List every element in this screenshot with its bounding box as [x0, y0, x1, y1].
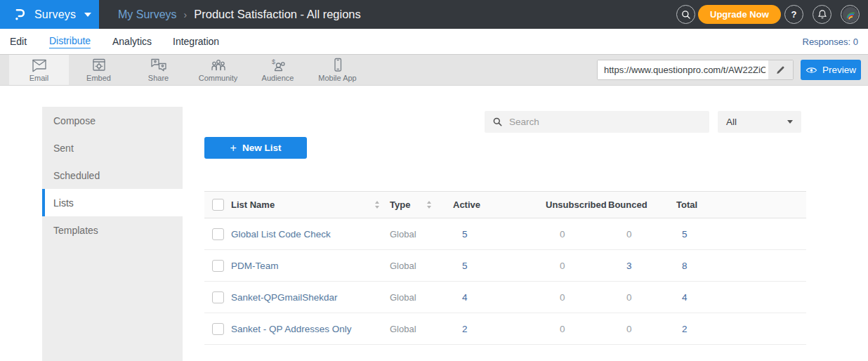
sidebar-item-sent[interactable]: Sent	[42, 134, 183, 162]
active-count-link[interactable]: 4	[462, 292, 468, 303]
total-count-link[interactable]: 5	[682, 229, 688, 239]
unsubscribed-count[interactable]: 0	[560, 292, 565, 303]
row-checkbox[interactable]	[212, 228, 224, 240]
tab-integration[interactable]: Integration	[173, 29, 219, 54]
preview-button[interactable]: Preview	[801, 60, 861, 80]
total-count-link[interactable]: 8	[682, 261, 688, 271]
channel-tabs: Email Embed	[9, 55, 367, 85]
list-type: Global	[390, 313, 426, 345]
channel-audience-label: Audience	[262, 74, 294, 82]
tab-distribute[interactable]: Distribute	[49, 29, 91, 54]
sort-type-icon[interactable]	[426, 192, 453, 218]
bounced-count[interactable]: 0	[626, 292, 632, 303]
channel-community[interactable]: Community	[188, 55, 248, 85]
upgrade-now-button[interactable]: Upgrade Now	[698, 5, 781, 24]
column-header-unsubscribed: Unsubscribed	[546, 192, 608, 218]
channel-audience[interactable]: $ Audience	[248, 55, 308, 85]
sort-list-name-icon[interactable]	[374, 192, 390, 218]
sidebar-item-scheduled[interactable]: Scheduled	[42, 162, 183, 189]
active-count-link[interactable]: 5	[462, 261, 468, 271]
select-all-checkbox[interactable]	[212, 199, 224, 211]
bounced-count[interactable]: 0	[626, 324, 632, 334]
row-checkbox[interactable]	[212, 323, 224, 335]
sidebar-item-templates[interactable]: Templates	[42, 216, 183, 244]
audience-icon: $	[270, 58, 287, 72]
lists-table: List Name Type Active Unsubscribed Bounc…	[204, 191, 806, 345]
list-type: Global	[390, 218, 426, 250]
community-icon	[209, 58, 228, 72]
bounced-count[interactable]: 0	[626, 229, 632, 239]
avatar-rainbow-icon	[842, 6, 859, 23]
email-icon	[31, 58, 48, 72]
list-search-box	[485, 111, 709, 133]
sidebar-item-compose[interactable]: Compose	[42, 107, 183, 134]
surveys-menu-label: Surveys	[34, 8, 76, 21]
sidebar-item-lists[interactable]: Lists	[42, 189, 183, 216]
channel-mobile-app[interactable]: Mobile App	[308, 55, 367, 85]
table-row[interactable]: Sanket-QPGmailShekdar Global 4 0 0 4	[204, 282, 806, 313]
pencil-icon	[775, 65, 786, 75]
notifications-button[interactable]	[813, 5, 831, 24]
account-avatar[interactable]	[841, 5, 860, 24]
channel-share[interactable]: Share	[129, 55, 188, 85]
survey-nav: Edit Distribute Analytics Integration Re…	[0, 29, 868, 54]
share-icon	[150, 58, 168, 72]
breadcrumb-separator-icon: ›	[184, 9, 188, 20]
eye-icon	[805, 66, 817, 74]
column-header-bounced: Bounced	[608, 192, 676, 218]
distribute-toolbar: Email Embed	[0, 54, 868, 86]
edit-url-button[interactable]	[768, 60, 793, 79]
table-row[interactable]: Global List Code Check Global 5 0 0 5	[204, 218, 806, 250]
channel-embed[interactable]: Embed	[69, 55, 129, 85]
list-search-input[interactable]	[509, 117, 702, 127]
column-header-list-name[interactable]: List Name	[231, 192, 374, 218]
table-header-row: List Name Type Active Unsubscribed Bounc…	[204, 192, 806, 218]
row-checkbox[interactable]	[212, 291, 224, 303]
channel-share-label: Share	[148, 74, 169, 82]
list-name-link[interactable]: Sanket - QP Addresses Only	[231, 324, 352, 334]
search-button[interactable]	[676, 5, 695, 24]
filter-value: All	[726, 117, 737, 127]
list-name-link[interactable]: Sanket-QPGmailShekdar	[231, 292, 338, 303]
column-header-active: Active	[453, 192, 546, 218]
total-count-link[interactable]: 2	[682, 324, 688, 334]
question-mark-icon: ?	[791, 9, 797, 20]
channel-embed-label: Embed	[86, 74, 111, 82]
channel-community-label: Community	[199, 74, 238, 82]
list-filter-dropdown[interactable]: All	[718, 111, 801, 133]
unsubscribed-count[interactable]: 0	[560, 261, 565, 271]
breadcrumb-my-surveys[interactable]: My Surveys	[118, 8, 177, 21]
list-name-link[interactable]: PDM-Team	[231, 261, 279, 271]
tab-analytics[interactable]: Analytics	[112, 29, 152, 54]
unsubscribed-count[interactable]: 0	[560, 324, 565, 334]
survey-url-input[interactable]	[598, 60, 768, 79]
table-row[interactable]: Sanket - QP Addresses Only Global 2 0 0 …	[204, 313, 806, 345]
table-row[interactable]: PDM-Team Global 5 0 3 8	[204, 250, 806, 282]
list-name-link[interactable]: Global List Code Check	[231, 229, 331, 239]
active-count-link[interactable]: 5	[462, 229, 468, 239]
breadcrumb: My Surveys › Product Satisfaction - All …	[118, 0, 361, 29]
bounced-count[interactable]: 3	[626, 261, 632, 271]
embed-icon	[91, 58, 107, 72]
surveys-menu[interactable]: Surveys	[0, 0, 99, 29]
responses-count[interactable]: Responses: 0	[803, 29, 859, 54]
total-count-link[interactable]: 4	[682, 292, 688, 303]
row-checkbox[interactable]	[212, 260, 224, 272]
column-header-type[interactable]: Type	[390, 192, 426, 218]
svg-text:$: $	[272, 58, 275, 65]
questionpro-logo-icon	[13, 6, 28, 23]
list-type: Global	[390, 250, 426, 282]
channel-mobile-app-label: Mobile App	[318, 74, 356, 82]
unsubscribed-count[interactable]: 0	[560, 229, 565, 239]
active-count-link[interactable]: 2	[462, 324, 468, 334]
help-button[interactable]: ?	[784, 5, 803, 24]
new-list-button[interactable]: + New List	[204, 137, 307, 159]
chevron-down-icon	[787, 120, 793, 124]
breadcrumb-current-survey: Product Satisfaction - All regions	[194, 8, 361, 21]
survey-url-box	[597, 60, 794, 80]
tab-edit[interactable]: Edit	[10, 29, 27, 54]
top-bar: Surveys My Surveys › Product Satisfactio…	[0, 0, 868, 29]
plus-icon: +	[230, 142, 237, 155]
channel-email[interactable]: Email	[9, 55, 69, 85]
channel-email-label: Email	[29, 74, 49, 82]
